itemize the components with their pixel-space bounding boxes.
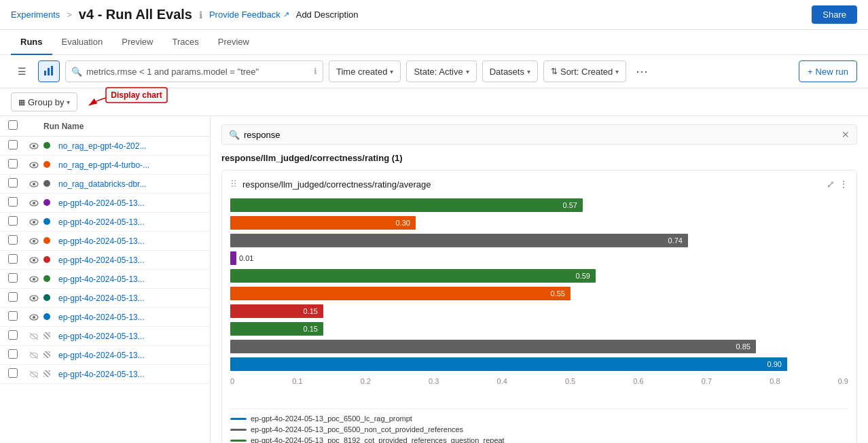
run-row[interactable]: ep-gpt-4o-2024-05-13... [0, 346, 210, 365]
select-all-checkbox[interactable] [8, 120, 18, 130]
run-row[interactable]: no_rag_ep-gpt-4-turbo-... [0, 156, 210, 175]
time-created-filter[interactable]: Time created ▾ [329, 60, 401, 82]
eye-icon[interactable] [24, 162, 43, 169]
new-run-button[interactable]: + New run [799, 60, 857, 82]
run-row[interactable]: ep-gpt-4o-2024-05-13... [0, 213, 210, 232]
tab-preview-1[interactable]: Preview [112, 30, 162, 55]
add-description-button[interactable]: Add Description [296, 10, 359, 20]
row-checkbox[interactable] [8, 254, 18, 264]
nav-tabs: Runs Evaluation Preview Traces Preview [0, 30, 868, 55]
row-checkbox[interactable] [8, 235, 18, 245]
chevron-down-icon: ▾ [527, 68, 530, 75]
row-checkbox[interactable] [8, 349, 18, 359]
row-checkbox[interactable] [8, 273, 18, 283]
run-name[interactable]: no_rag_ep-gpt-4-turbo-... [58, 160, 202, 170]
eye-icon[interactable] [24, 219, 43, 226]
run-row[interactable]: ep-gpt-4o-2024-05-13... [0, 365, 210, 384]
eye-slash-icon[interactable] [24, 351, 43, 359]
list-view-button[interactable]: ☰ [11, 60, 33, 82]
eye-icon[interactable] [24, 276, 43, 283]
info-icon[interactable]: ℹ [314, 67, 317, 76]
svg-point-8 [33, 183, 35, 185]
svg-point-14 [33, 240, 35, 243]
run-row[interactable]: no_rag_ep-gpt-4o-202... [0, 137, 210, 156]
eye-icon[interactable] [24, 257, 43, 264]
tab-evaluation[interactable]: Evaluation [52, 30, 113, 55]
svg-point-6 [33, 164, 35, 166]
search-icon: 🔍 [71, 67, 82, 77]
bar-row: 0.57 [230, 198, 848, 213]
eye-icon[interactable] [24, 238, 43, 245]
svg-point-22 [33, 316, 35, 319]
drag-handle-icon[interactable]: ⠿ [230, 179, 237, 190]
run-name[interactable]: ep-gpt-4o-2024-05-13... [58, 294, 202, 303]
run-name[interactable]: ep-gpt-4o-2024-05-13... [58, 332, 202, 341]
breadcrumb-sep: > [67, 10, 72, 20]
provide-feedback-link[interactable]: Provide Feedback ↗ [209, 10, 289, 20]
chart-icon [43, 65, 54, 78]
chart-more-button[interactable]: ⋮ [839, 179, 848, 190]
eye-icon[interactable] [24, 181, 43, 188]
bar-row: 0.59 [230, 268, 848, 283]
eye-icon[interactable] [24, 314, 43, 321]
run-name[interactable]: ep-gpt-4o-2024-05-13... [58, 351, 202, 360]
row-checkbox[interactable] [8, 197, 18, 207]
eye-icon[interactable] [24, 200, 43, 207]
sort-filter[interactable]: ⇅ Sort: Created ▾ [543, 60, 626, 82]
row-checkbox[interactable] [8, 330, 18, 340]
svg-point-20 [33, 297, 35, 300]
run-row[interactable]: no_rag_databricks-dbr... [0, 175, 210, 194]
run-name[interactable]: ep-gpt-4o-2024-05-13... [58, 274, 202, 284]
row-checkbox[interactable] [8, 311, 18, 321]
chart-view-button[interactable] [38, 60, 60, 82]
svg-rect-0 [44, 71, 46, 75]
x-axis: 00.10.20.30.40.50.60.70.80.9 [230, 374, 848, 385]
run-row[interactable]: ep-gpt-4o-2024-05-13... [0, 289, 210, 308]
chart-card-header: ⠿ response/llm_judged/correctness/rating… [230, 179, 848, 190]
left-panel: Run Name no_rag_ep-gpt-4o-202...no_rag_e… [0, 116, 211, 443]
share-button[interactable]: Share [812, 5, 857, 24]
run-name[interactable]: ep-gpt-4o-2024-05-13... [58, 217, 202, 227]
run-row[interactable]: ep-gpt-4o-2024-05-13... [0, 270, 210, 289]
search-icon: 🔍 [229, 130, 240, 140]
group-by-button[interactable]: ▦ Group by ▾ [11, 92, 77, 111]
row-checkbox[interactable] [8, 216, 18, 226]
eye-icon[interactable] [24, 143, 43, 149]
eye-slash-icon[interactable] [24, 332, 43, 340]
svg-rect-1 [48, 68, 50, 75]
eye-slash-icon[interactable] [24, 370, 43, 378]
datasets-filter[interactable]: Datasets ▾ [482, 60, 538, 82]
breadcrumb[interactable]: Experiments [11, 10, 60, 20]
run-name[interactable]: ep-gpt-4o-2024-05-13... [58, 236, 202, 246]
chevron-down-icon: ▾ [466, 68, 469, 75]
row-checkbox[interactable] [8, 368, 18, 378]
run-name[interactable]: ep-gpt-4o-2024-05-13... [58, 370, 202, 379]
more-options-button[interactable]: ⋯ [632, 64, 652, 79]
run-row[interactable]: ep-gpt-4o-2024-05-13... [0, 308, 210, 327]
eye-icon[interactable] [24, 295, 43, 302]
tab-runs[interactable]: Runs [11, 30, 52, 55]
run-row[interactable]: ep-gpt-4o-2024-05-13... [0, 251, 210, 270]
run-name[interactable]: ep-gpt-4o-2024-05-13... [58, 255, 202, 265]
clear-search-button[interactable]: ✕ [842, 129, 850, 140]
tab-preview-2[interactable]: Preview [209, 30, 259, 55]
row-checkbox[interactable] [8, 159, 18, 169]
metric-search-input[interactable] [244, 130, 837, 140]
row-checkbox[interactable] [8, 140, 18, 149]
run-name[interactable]: ep-gpt-4o-2024-05-13... [58, 198, 202, 208]
run-row[interactable]: ep-gpt-4o-2024-05-13... [0, 194, 210, 213]
run-row[interactable]: ep-gpt-4o-2024-05-13... [0, 232, 210, 251]
search-input[interactable] [86, 67, 310, 77]
row-checkbox[interactable] [8, 292, 18, 302]
run-list-header: Run Name [0, 116, 210, 137]
info-icon[interactable]: ℹ [199, 10, 202, 20]
run-name[interactable]: ep-gpt-4o-2024-05-13... [58, 313, 202, 322]
tab-traces[interactable]: Traces [162, 30, 208, 55]
bar-chart: 0.570.300.740.010.590.550.150.150.850.90… [230, 198, 848, 402]
run-row[interactable]: ep-gpt-4o-2024-05-13... [0, 327, 210, 346]
state-active-filter[interactable]: State: Active ▾ [406, 60, 476, 82]
run-name[interactable]: no_rag_databricks-dbr... [58, 179, 202, 189]
row-checkbox[interactable] [8, 178, 18, 188]
expand-chart-button[interactable]: ⤢ [827, 179, 835, 190]
run-name[interactable]: no_rag_ep-gpt-4o-202... [58, 141, 202, 151]
